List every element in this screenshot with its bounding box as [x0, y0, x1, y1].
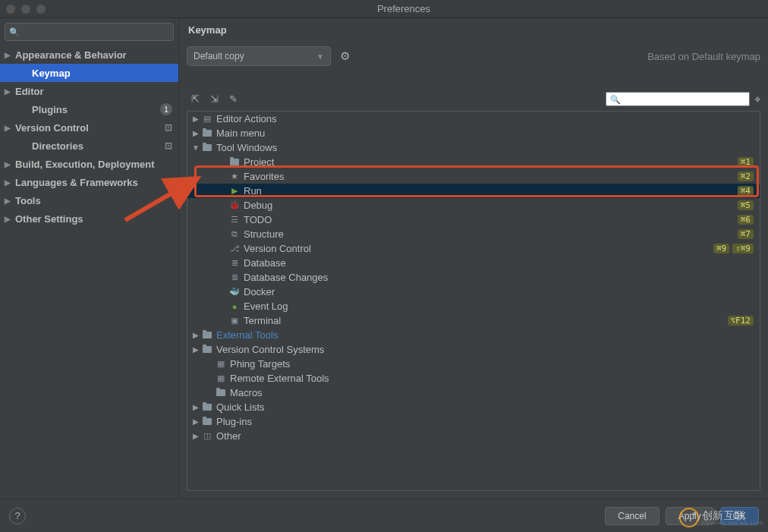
tree-row-external-tools[interactable]: ▶External Tools	[187, 328, 760, 342]
tree-row-project[interactable]: Project⌘1	[187, 155, 760, 169]
tree-row-macros[interactable]: Macros	[187, 386, 760, 400]
tree-row-plug-ins[interactable]: ▶Plug-ins	[187, 414, 760, 429]
expand-arrow-icon: ▶	[5, 215, 15, 223]
folder-icon	[201, 332, 213, 338]
sidebar-item-label: Version Control	[15, 122, 165, 134]
window-title: Preferences	[46, 3, 762, 14]
tree-row-other[interactable]: ▶◫Other	[187, 429, 760, 443]
folder-icon	[201, 130, 213, 137]
sidebar-item-directories[interactable]: Directories⊡	[0, 137, 178, 155]
tree-row-label: Main menu	[216, 127, 754, 139]
scope-indicator-icon: ⊡	[165, 140, 172, 151]
db-icon: ≣	[228, 258, 241, 268]
editor-actions-icon-icon: ▤	[201, 114, 213, 124]
tree-row-label: Event Log	[244, 301, 754, 312]
tree-row-label: Other	[216, 430, 754, 442]
tree-toggle-icon[interactable]: ▶	[190, 331, 201, 339]
sidebar-item-keymap[interactable]: Keymap	[0, 64, 178, 82]
tree-row-structure[interactable]: ⧉Structure⌘7	[187, 227, 760, 241]
tree-toggle-icon[interactable]: ▶	[190, 129, 201, 137]
tree-row-label: Version Control	[244, 243, 710, 254]
event-icon: ●	[228, 302, 241, 311]
tree-row-docker[interactable]: 🐳Docker	[187, 285, 760, 299]
tree-toggle-icon[interactable]: ▶	[190, 115, 201, 123]
based-on-label: Based on Default keymap	[647, 51, 760, 62]
tree-row-quick-lists[interactable]: ▶Quick Lists	[187, 400, 760, 414]
minimize-dot[interactable]	[21, 5, 30, 14]
sidebar-item-label: Editor	[15, 86, 172, 97]
structure-icon: ⧉	[228, 229, 241, 239]
terminal-icon: ▣	[228, 316, 241, 326]
tree-row-terminal[interactable]: ▣Terminal⌥F12	[187, 313, 760, 328]
gear-icon[interactable]: ⚙	[340, 49, 350, 63]
tree-toggle-icon[interactable]: ▼	[190, 143, 201, 152]
folder-icon	[228, 159, 241, 165]
tree-row-favorites[interactable]: ★Favorites⌘2	[187, 169, 760, 184]
tree-row-label: Terminal	[244, 315, 725, 326]
tree-row-database[interactable]: ≣Database	[187, 256, 760, 270]
shortcut-badge: ⌘2	[738, 172, 754, 181]
tree-row-label: Quick Lists	[216, 401, 754, 413]
expand-arrow-icon: ▶	[5, 87, 15, 96]
maximize-dot[interactable]	[36, 5, 46, 14]
expand-all-icon[interactable]: ⇱	[191, 93, 200, 105]
sidebar-item-appearance-behavior[interactable]: ▶Appearance & Behavior	[0, 46, 178, 64]
keymap-scheme-dropdown[interactable]: Default copy ▼	[187, 46, 331, 66]
sidebar-item-editor[interactable]: ▶Editor	[0, 82, 178, 100]
sidebar-item-tools[interactable]: ▶Tools	[0, 191, 178, 209]
tree-toggle-icon[interactable]: ▶	[190, 417, 201, 426]
window-controls[interactable]	[6, 5, 46, 14]
help-button[interactable]: ?	[9, 508, 26, 524]
tree-row-label: Tool Windows	[216, 142, 754, 153]
main-panel: Keymap Default copy ▼ ⚙ Based on Default…	[179, 18, 768, 499]
scope-indicator-icon: ⊡	[165, 122, 172, 133]
find-action-icon[interactable]: ⌖	[754, 93, 760, 106]
sidebar-item-build-execution-deployment[interactable]: ▶Build, Execution, Deployment	[0, 155, 178, 173]
shortcut-badge: ⇧⌘9	[732, 244, 754, 253]
edit-icon[interactable]: ✎	[229, 93, 238, 105]
ok-button[interactable]: OK	[720, 507, 759, 525]
tree-row-debug[interactable]: 🐞Debug⌘5	[187, 198, 760, 212]
run-icon: ▶	[228, 186, 241, 196]
tree-row-database-changes[interactable]: ≣Database Changes	[187, 270, 760, 285]
sidebar-item-other-settings[interactable]: ▶Other Settings	[0, 209, 178, 228]
sidebar-item-label: Plugins	[32, 104, 160, 115]
sidebar-search-input[interactable]	[5, 23, 174, 41]
tree-toggle-icon[interactable]: ▶	[190, 403, 201, 411]
sidebar-item-languages-frameworks[interactable]: ▶Languages & Frameworks	[0, 173, 178, 191]
expand-arrow-icon: ▶	[5, 51, 15, 59]
phing-icon: ▦	[215, 359, 227, 369]
shortcut-badge: ⌥F12	[728, 316, 754, 326]
keymap-search-input[interactable]	[606, 92, 750, 106]
tree-row-version-control[interactable]: ⎇Version Control⌘9⇧⌘9	[187, 241, 760, 256]
tree-row-version-control-systems[interactable]: ▶Version Control Systems	[187, 342, 760, 357]
tree-row-remote-external-tools[interactable]: ▦Remote External Tools	[187, 371, 760, 386]
keymap-tree[interactable]: ▶▤Editor Actions▶Main menu▼Tool WindowsP…	[187, 111, 760, 491]
tree-row-label: Favorites	[244, 171, 735, 182]
tree-row-main-menu[interactable]: ▶Main menu	[187, 126, 760, 140]
tree-row-phing-targets[interactable]: ▦Phing Targets	[187, 357, 760, 371]
tree-row-event-log[interactable]: ●Event Log	[187, 299, 760, 313]
search-icon: 🔍	[610, 94, 621, 104]
tree-toggle-icon[interactable]: ▶	[190, 432, 201, 440]
cancel-button[interactable]: Cancel	[605, 507, 659, 525]
close-dot[interactable]	[6, 5, 15, 14]
collapse-all-icon[interactable]: ⇲	[210, 93, 219, 105]
dbchanges-icon: ≣	[228, 272, 241, 282]
sidebar-item-version-control[interactable]: ▶Version Control⊡	[0, 118, 178, 137]
sidebar-item-plugins[interactable]: Plugins1	[0, 100, 178, 118]
tree-row-label: Plug-ins	[216, 416, 754, 427]
tree-toggle-icon[interactable]: ▶	[190, 345, 201, 354]
tree-row-run[interactable]: ▶Run⌘4	[187, 184, 760, 198]
apply-button[interactable]: Apply	[666, 507, 714, 525]
tree-row-editor-actions[interactable]: ▶▤Editor Actions	[187, 112, 760, 126]
debug-icon: 🐞	[228, 200, 241, 210]
tree-row-todo[interactable]: ☰TODO⌘6	[187, 212, 760, 227]
chevron-down-icon: ▼	[316, 52, 324, 61]
tree-row-label: Structure	[244, 228, 735, 240]
tree-row-label: TODO	[244, 214, 735, 225]
tree-row-tool-windows[interactable]: ▼Tool Windows	[187, 140, 760, 155]
search-icon: 🔍	[9, 27, 20, 37]
tree-row-label: Project	[244, 156, 735, 168]
remote-icon: ▦	[215, 373, 227, 383]
